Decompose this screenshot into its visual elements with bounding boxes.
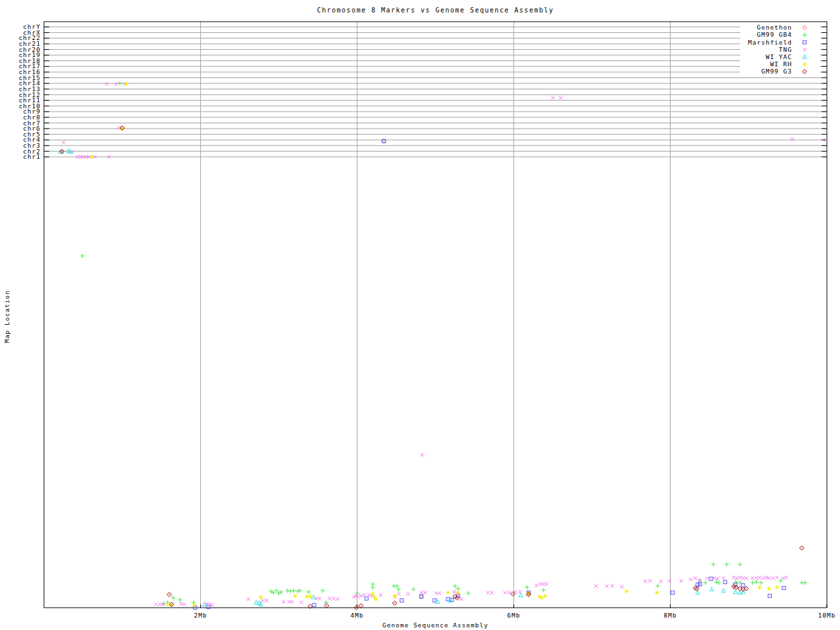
marker-dot xyxy=(452,600,452,600)
data-point xyxy=(288,589,293,594)
marker-path xyxy=(397,592,400,595)
marker-dot xyxy=(698,593,698,593)
marker-path xyxy=(466,591,471,596)
marker-path xyxy=(332,597,335,600)
data-point xyxy=(355,591,360,596)
marker-path xyxy=(722,576,725,579)
marker-path xyxy=(503,591,507,594)
marker-path xyxy=(525,585,530,590)
data-point xyxy=(105,82,108,85)
x-tick-label: 4Mb xyxy=(350,612,364,619)
data-point xyxy=(453,584,457,589)
data-point xyxy=(446,591,450,595)
data-point xyxy=(456,587,461,591)
marker-path xyxy=(274,589,279,593)
data-point xyxy=(767,576,770,579)
marker-dot xyxy=(171,604,172,605)
marker-path xyxy=(594,584,597,587)
marker-path xyxy=(751,576,754,579)
marker-path xyxy=(318,597,321,600)
data-point xyxy=(751,576,754,579)
data-point xyxy=(259,602,262,606)
data-point xyxy=(738,576,742,579)
marker-dot xyxy=(769,596,770,597)
marker-path xyxy=(759,581,763,585)
data-point xyxy=(745,576,748,579)
data-point xyxy=(671,591,674,594)
marker-path xyxy=(624,589,628,593)
legend-label: Genethon xyxy=(757,24,792,31)
marker-dot xyxy=(740,589,740,589)
data-point xyxy=(438,591,441,595)
marker-path xyxy=(438,591,441,595)
marker-dot xyxy=(457,598,457,598)
marker-dot xyxy=(68,151,68,152)
data-point xyxy=(594,584,597,587)
marker-path xyxy=(551,96,555,99)
marker-path xyxy=(490,591,494,594)
marker-path xyxy=(803,581,807,585)
marker-path xyxy=(288,589,293,594)
marker-path xyxy=(80,254,85,259)
data-point xyxy=(114,82,117,85)
marker-path xyxy=(734,580,738,585)
data-point xyxy=(755,576,758,579)
data-point xyxy=(721,589,725,593)
marker-dot xyxy=(361,606,362,606)
marker-path xyxy=(421,453,424,456)
data-point xyxy=(542,582,545,585)
marker-path xyxy=(765,576,768,579)
marker-path xyxy=(507,591,511,594)
marker-path xyxy=(293,594,297,598)
data-point xyxy=(771,576,774,579)
marker-dot xyxy=(256,602,257,603)
marker-path xyxy=(714,580,719,585)
series-genethon xyxy=(381,139,531,599)
data-point xyxy=(791,137,794,140)
marker-dot xyxy=(394,603,395,604)
marker-path xyxy=(704,581,708,585)
marker-dot xyxy=(513,594,513,595)
data-point xyxy=(784,576,788,579)
data-point xyxy=(732,576,735,579)
data-point xyxy=(247,597,250,600)
data-point xyxy=(359,604,364,608)
legend-label: WI RH xyxy=(770,60,792,68)
data-point xyxy=(768,594,771,597)
data-point xyxy=(803,581,807,585)
marker-path xyxy=(545,582,548,585)
data-point xyxy=(648,579,652,582)
marker-path xyxy=(105,82,108,85)
legend-label: WI YAC xyxy=(766,53,792,60)
marker-path xyxy=(656,584,660,589)
marker-path xyxy=(291,589,296,593)
data-point xyxy=(624,589,628,593)
marker-dot xyxy=(70,152,71,152)
marker-dot xyxy=(520,595,521,596)
data-point xyxy=(750,581,755,585)
data-point xyxy=(356,595,360,598)
data-point xyxy=(503,591,507,594)
marker-dot xyxy=(805,28,805,28)
data-point xyxy=(298,589,303,593)
data-point xyxy=(179,602,182,605)
marker-path xyxy=(114,82,117,85)
marker-dot xyxy=(356,608,357,608)
data-point xyxy=(507,591,511,594)
marker-dot xyxy=(735,592,736,593)
data-point xyxy=(735,576,738,579)
marker-dot xyxy=(402,600,402,601)
data-point xyxy=(324,604,329,608)
x-tick-label: 10Mb xyxy=(818,612,836,619)
data-point xyxy=(264,598,268,602)
marker-path xyxy=(771,576,774,579)
marker-path xyxy=(648,579,652,582)
data-point xyxy=(124,82,128,86)
data-point xyxy=(757,585,761,589)
marker-path xyxy=(732,576,735,579)
marker-path xyxy=(775,576,778,579)
data-point xyxy=(714,580,719,585)
marker-path xyxy=(406,592,410,595)
marker-dot xyxy=(724,582,725,583)
marker-path xyxy=(62,140,65,144)
